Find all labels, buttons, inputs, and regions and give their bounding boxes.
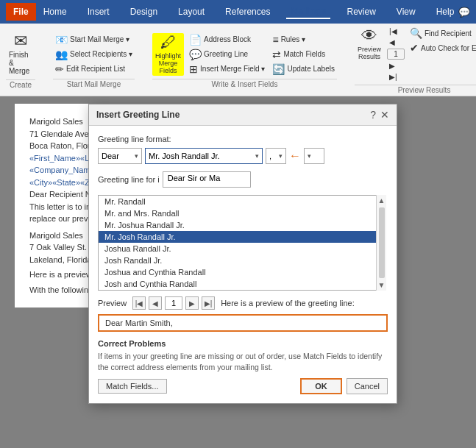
document-area: Marigold Sales 71 Glendale Ave. Boca Rat… (0, 96, 476, 448)
scroll-up-arrow[interactable]: ▲ (377, 195, 387, 206)
arrow-dropdown-arrow: ▾ (308, 152, 311, 160)
find-icon: 🔍 (410, 27, 422, 39)
dialog-title-icons: ? ✕ (370, 109, 389, 121)
name-format-select[interactable]: Mr. Josh Randall Jr. ▾ (145, 148, 263, 164)
dropdown-item-5[interactable]: Josh Randall Jr. (99, 255, 386, 266)
tab-design[interactable]: Design (126, 4, 162, 20)
correct-problems-label: Correct Problems (98, 339, 388, 348)
dropdown-item-7[interactable]: Josh and Cynthia Randall (99, 278, 386, 290)
ribbon: ✉ Finish & Merge Create 📧 Start Mail Mer… (0, 24, 476, 96)
merge-icon: 📧 (55, 34, 68, 46)
address-block-icon: 📄 (189, 34, 202, 46)
dialog-buttons-row: Match Fields... OK Cancel (98, 378, 388, 394)
record-num[interactable]: 1 (387, 49, 405, 60)
salutation-value: Dear (102, 152, 119, 160)
dropdown-item-0[interactable]: Mr. Randall (99, 196, 386, 207)
update-icon: 🔄 (272, 63, 285, 75)
tab-review[interactable]: Review (342, 4, 380, 20)
orange-arrow-icon: ← (289, 149, 301, 163)
tab-insert[interactable]: Insert (83, 4, 114, 20)
create-button[interactable]: ✉ Finish & Merge (6, 32, 35, 77)
envelope-icon: ✉ (14, 33, 27, 49)
dropdown-item-2[interactable]: Mr. Joshua Randall Jr. (99, 219, 386, 231)
highlight-merge-fields-button[interactable]: 🖊 HighlightMerge Fields (152, 33, 184, 76)
dialog-body: Greeting line format: Dear ▾ Mr. Josh Ra… (89, 126, 397, 403)
dialog-title-bar: Insert Greeting Line ? ✕ (89, 104, 397, 126)
correct-problems-desc: If items in your greeting line are missi… (98, 351, 388, 372)
preview-index: 1 (165, 296, 182, 310)
dropdown-item-4[interactable]: Joshua Randall Jr. (99, 243, 386, 255)
next-record-button[interactable]: ▶ (387, 61, 405, 71)
greeting-invalid-input[interactable]: Dear Sir or Ma (163, 171, 251, 188)
preview-last-button[interactable]: ▶| (202, 296, 215, 310)
tab-home[interactable]: Home (39, 4, 71, 20)
scrollbar-thumb (379, 207, 385, 278)
salutation-dropdown-arrow: ▾ (135, 152, 138, 160)
ribbon-group-preview: 👁 PreviewResults |◀ ◀ 1 ▶ ▶| 🔍 Find Reci… (355, 26, 476, 94)
name-format-dropdown-arrow: ▾ (255, 152, 259, 160)
preview-here-label: Here is a preview of the greeting line: (221, 299, 355, 307)
dropdown-item-1[interactable]: Mr. and Mrs. Randall (99, 207, 386, 219)
ribbon-group-start-mail-merge: 📧 Start Mail Merge ▾ 👥 Select Recipients… (53, 33, 135, 88)
insert-merge-icon: ⊞ (189, 63, 198, 75)
file-button[interactable]: File (6, 3, 36, 21)
tab-mailings[interactable]: Mailings (286, 4, 330, 19)
dropdown-scrollbar[interactable]: ▲ ▼ (376, 195, 386, 291)
first-record-button[interactable]: |◀ (387, 26, 405, 36)
insert-merge-field-button[interactable]: ⊞ Insert Merge Field ▾ (187, 63, 267, 76)
match-fields-btn-ribbon[interactable]: ⇄ Match Fields (270, 48, 337, 61)
find-recipient-button[interactable]: 🔍 Find Recipient (408, 26, 476, 40)
insert-greeting-line-dialog: Insert Greeting Line ? ✕ Greeting line f… (88, 104, 397, 404)
write-insert-label: Write & Insert Fields (152, 79, 337, 88)
preview-next-button[interactable]: ▶ (185, 296, 199, 310)
scroll-down-arrow[interactable]: ▼ (377, 280, 387, 291)
dropdown-item-6[interactable]: Joshua and Cynthia Randall (99, 266, 386, 278)
preview-first-button[interactable]: |◀ (132, 296, 146, 310)
edit-recipient-list-button[interactable]: ✏ Edit Recipient List (53, 63, 135, 76)
auto-check-button[interactable]: ✔ Auto Check for Errors (408, 41, 476, 54)
comment-icon[interactable]: 💬 (458, 7, 470, 18)
last-record-button[interactable]: ▶| (387, 72, 405, 82)
dialog-help-icon[interactable]: ? (370, 109, 376, 121)
ok-button[interactable]: OK (300, 378, 342, 394)
preview-nav-col: |◀ ◀ 1 ▶ ▶| (387, 26, 405, 82)
title-bar-tabs: Home Insert Design Layout References Mai… (39, 4, 459, 20)
rules-col: ≡ Rules ▾ ⇄ Match Fields 🔄 Update Labels (270, 33, 337, 76)
tab-view[interactable]: View (392, 4, 420, 20)
match-fields-dialog-button[interactable]: Match Fields... (98, 379, 167, 394)
tab-layout[interactable]: Layout (174, 4, 209, 20)
punctuation-select[interactable]: , ▾ (266, 148, 286, 164)
ribbon-row1: ✉ Finish & Merge Create 📧 Start Mail Mer… (6, 26, 470, 96)
greeting-line-icon: 💬 (189, 49, 202, 60)
dropdown-item-3[interactable]: Mr. Josh Randall Jr. (99, 231, 386, 243)
ribbon-group-write-insert: 🖊 HighlightMerge Fields 📄 Address Block … (152, 33, 337, 88)
title-bar-icons: 💬 — ✕ (458, 7, 476, 18)
salutation-select[interactable]: Dear ▾ (98, 148, 142, 164)
cancel-button[interactable]: Cancel (347, 378, 388, 394)
title-bar: File Home Insert Design Layout Reference… (0, 0, 476, 24)
preview-label: Preview (98, 299, 127, 307)
preview-prev-button[interactable]: ◀ (149, 296, 162, 310)
dropdown-list[interactable]: Mr. Randall Mr. and Mrs. Randall Mr. Jos… (98, 195, 386, 291)
prev-record-button[interactable]: ◀ (387, 38, 405, 47)
greeting-line-button[interactable]: 💬 Greeting Line (187, 48, 267, 61)
preview-results-button[interactable]: 👁 PreviewResults (355, 26, 384, 62)
select-recipients-button[interactable]: 👥 Select Recipients ▾ (53, 48, 135, 61)
update-labels-button[interactable]: 🔄 Update Labels (270, 63, 337, 76)
preview-navigation: |◀ ◀ 1 ▶ ▶| (132, 296, 215, 310)
write-insert-col: 📄 Address Block 💬 Greeting Line ⊞ Insert… (187, 33, 267, 76)
dialog-close-icon[interactable]: ✕ (380, 109, 389, 121)
arrow-dropdown-select[interactable]: ▾ (304, 148, 324, 164)
dialog-overlay: Insert Greeting Line ? ✕ Greeting line f… (0, 96, 476, 448)
tab-references[interactable]: References (221, 4, 274, 20)
address-block-button[interactable]: 📄 Address Block (187, 33, 267, 46)
greeting-invalid-label: Greeting line for i (98, 175, 160, 184)
start-mail-merge-button[interactable]: 📧 Start Mail Merge ▾ (53, 33, 135, 46)
preview-row: Preview |◀ ◀ 1 ▶ ▶| Here is a preview of… (98, 296, 388, 310)
greeting-invalid-value: Dear Sir or Ma (168, 174, 221, 182)
start-mail-merge-label: Start Mail Merge (53, 79, 135, 88)
preview-text: Dear Martin Smith, (105, 319, 173, 327)
greeting-invalid-row: Greeting line for i Dear Sir or Ma (98, 171, 388, 188)
tab-help[interactable]: Help (432, 4, 459, 20)
rules-button[interactable]: ≡ Rules ▾ (270, 33, 337, 46)
